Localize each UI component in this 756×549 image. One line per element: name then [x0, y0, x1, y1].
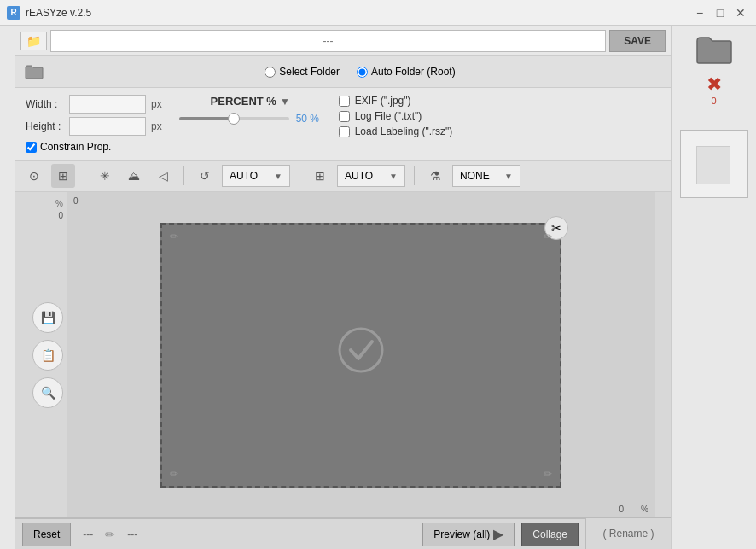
left-ruler-label: % [55, 199, 63, 208]
collage-button[interactable]: Collage [521, 523, 579, 546]
right-sidebar: ✖ 0 👆 [671, 26, 756, 549]
minimize-button[interactable]: − [691, 4, 708, 21]
auto-folder-radio-input[interactable] [357, 67, 368, 78]
constrain-row: Constrain Prop. [26, 141, 162, 153]
bottom-bar: Reset --- ✏ --- Preview (all) ▶ Collage [15, 518, 585, 549]
center-watermark [335, 324, 387, 376]
pencil-icon[interactable]: ✏ [105, 528, 115, 541]
reset-button[interactable]: Reset [22, 523, 71, 546]
canvas-area: % 0 💾 📋 🔍 0 ✂ ✏ ✏ ✏ [15, 192, 671, 517]
back-tool-button[interactable]: ◁ [151, 164, 175, 188]
folder-icon-button[interactable] [22, 60, 46, 84]
folder-select-bar: Select Folder Auto Folder (Root) [15, 56, 671, 88]
height-unit: px [151, 120, 162, 132]
auto-folder-radio[interactable]: Auto Folder (Root) [357, 66, 456, 78]
height-input[interactable] [69, 117, 146, 136]
filter-dropdown[interactable]: NONE ▼ [452, 165, 520, 187]
svg-point-0 [340, 329, 382, 371]
bottom-ruler-pct: % [641, 505, 648, 514]
constrain-checkbox[interactable] [26, 142, 37, 153]
canvas-left: % 0 💾 📋 🔍 [15, 192, 67, 517]
save-button[interactable]: SAVE [609, 30, 666, 52]
preview-thumbnail: 👆 [680, 130, 748, 198]
canvas-workspace[interactable]: ✂ ✏ ✏ ✏ ✏ [67, 209, 655, 500]
percent-label: PERCENT % [211, 95, 276, 108]
top-input-bar: 📁 SAVE [15, 26, 671, 56]
sidebar-folder-button[interactable] [693, 32, 736, 67]
width-row: Width : px [26, 95, 162, 114]
filter-dropdown-arrow: ▼ [504, 172, 513, 181]
width-input[interactable] [69, 95, 146, 114]
options-section: EXIF (".jpg") Log File (".txt") Load Lab… [339, 95, 453, 137]
resize-dropdown[interactable]: AUTO ▼ [337, 165, 405, 187]
width-unit: px [151, 98, 162, 110]
log-checkbox[interactable] [339, 111, 350, 122]
window-controls: − □ ✕ [691, 4, 749, 21]
preview-button[interactable]: Preview (all) ▶ [422, 523, 515, 546]
canvas-image-area: ✂ ✏ ✏ ✏ ✏ [160, 223, 561, 488]
toolbar-sep-3 [299, 166, 299, 185]
corner-tr-icon[interactable]: ✏ [539, 228, 556, 245]
percent-value: 50 % [296, 113, 322, 125]
rename-label[interactable]: ( Rename ) [602, 528, 654, 540]
open-folder-button[interactable]: 📁 [20, 32, 47, 50]
percent-slider[interactable] [179, 117, 289, 120]
clock-tool-button[interactable]: ⊙ [22, 164, 46, 188]
error-badge: ✖ 0 [707, 73, 722, 106]
search-side-button[interactable]: 🔍 [32, 377, 63, 408]
title-bar-left: R rEASYze v.2.5 [7, 6, 91, 20]
error-count: 0 [711, 96, 716, 106]
filter-icon-button[interactable]: ⚗ [423, 164, 447, 188]
select-folder-radio[interactable]: Select Folder [265, 66, 340, 78]
percent-section: PERCENT % ▼ 50 % [179, 95, 322, 125]
percent-header: PERCENT % ▼ [211, 95, 290, 108]
folder-radio-group: Select Folder Auto Folder (Root) [56, 66, 664, 78]
height-label: Height : [26, 120, 64, 132]
doc-side-button[interactable]: 📋 [32, 340, 63, 371]
error-icon: ✖ [707, 73, 722, 96]
maximize-button[interactable]: □ [712, 4, 729, 21]
corner-bl-icon[interactable]: ✏ [166, 465, 183, 482]
corner-tl-icon[interactable]: ✏ [166, 228, 183, 245]
settings-row: Width : px Height : px Constrain Prop. P… [15, 88, 671, 161]
path-input[interactable] [50, 30, 606, 52]
resize-icon-button[interactable]: ⊞ [308, 164, 332, 188]
select-folder-radio-input[interactable] [265, 67, 276, 78]
height-row: Height : px [26, 117, 162, 136]
asterisk-tool-button[interactable]: ✳ [93, 164, 117, 188]
slider-row: 50 % [179, 113, 322, 125]
top-ruler-value: 0 [73, 196, 79, 206]
center-panel: 📁 SAVE Select Folder Auto Folder (Root) [15, 26, 671, 549]
bottom-ruler-value: 0 [619, 505, 625, 514]
side-tools: 💾 📋 🔍 [32, 302, 63, 408]
load-labeling-checkbox[interactable] [339, 126, 350, 137]
canvas-top-ruler: 0 [67, 192, 655, 209]
rotate-dropdown[interactable]: AUTO ▼ [222, 165, 290, 187]
bottom-dots-2: --- [122, 529, 142, 540]
app-title: rEASYze v.2.5 [26, 7, 91, 19]
toolbar-sep-4 [414, 166, 415, 185]
bottom-right: ( Rename ) [585, 518, 671, 549]
load-labeling-label: Load Labeling (".rsz") [355, 126, 453, 137]
grid-tool-button[interactable]: ⊞ [51, 164, 75, 188]
folder-icon [25, 64, 44, 79]
corner-br-icon[interactable]: ✏ [539, 465, 556, 482]
main-container: 📁 SAVE Select Folder Auto Folder (Root) [0, 26, 756, 549]
mountain-tool-button[interactable]: ⛰ [122, 164, 146, 188]
close-button[interactable]: ✕ [732, 4, 749, 21]
save-side-button[interactable]: 💾 [32, 302, 63, 333]
toolbar-row: ⊙ ⊞ ✳ ⛰ ◁ ↺ AUTO ▼ ⊞ AUTO ▼ ⚗ NONE ▼ [15, 161, 671, 192]
canvas-right [655, 192, 671, 517]
rotate-icon-button[interactable]: ↺ [193, 164, 217, 188]
filter-dropdown-label: NONE [460, 170, 490, 182]
percent-dropdown-arrow[interactable]: ▼ [280, 96, 290, 108]
toolbar-sep-2 [183, 166, 184, 185]
log-label: Log File (".txt") [355, 110, 422, 122]
exif-checkbox[interactable] [339, 96, 350, 107]
left-sidebar [0, 26, 15, 549]
app-icon: R [7, 6, 20, 20]
constrain-label: Constrain Prop. [40, 141, 111, 153]
sidebar-folder-icon [695, 34, 733, 65]
rotate-dropdown-label: AUTO [230, 170, 258, 182]
load-labeling-row: Load Labeling (".rsz") [339, 126, 453, 137]
